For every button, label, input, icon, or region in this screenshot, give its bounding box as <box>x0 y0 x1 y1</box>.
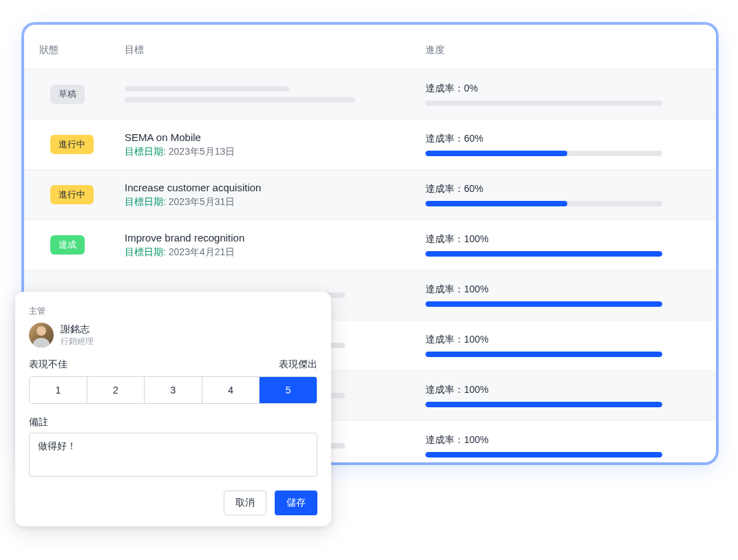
rating-labels: 表現不佳 表現傑出 <box>29 358 317 371</box>
rating-button-2[interactable]: 2 <box>87 377 145 403</box>
progress-bar <box>425 151 662 156</box>
progress-fill <box>425 151 567 156</box>
rating-button-3[interactable]: 3 <box>145 377 202 403</box>
skeleton-line <box>125 97 355 103</box>
progress-bar <box>425 201 662 206</box>
progress-fill <box>425 402 662 407</box>
progress-bar <box>425 352 662 357</box>
progress-bar <box>425 402 662 407</box>
goal-title: Increase customer acquisition <box>125 182 425 193</box>
table-row[interactable]: 達成Improve brand recognition目標日期: 2023年4月… <box>24 220 716 270</box>
rating-button-4[interactable]: 4 <box>202 377 260 403</box>
progress-bar <box>425 452 662 457</box>
progress-label: 達成率：100% <box>425 283 697 296</box>
progress-label: 達成率：100% <box>425 434 697 446</box>
table-row[interactable]: 進行中SEMA on Mobile目標日期: 2023年5月13日達成率：60% <box>24 120 716 170</box>
user-row: 謝銘志 行銷經理 <box>29 323 317 347</box>
table-row[interactable]: 草稿達成率：0% <box>24 69 716 120</box>
avatar <box>29 323 54 347</box>
status-cell: 進行中 <box>24 185 125 204</box>
progress-cell: 達成率：100% <box>425 283 716 307</box>
status-badge: 進行中 <box>50 185 94 204</box>
status-cell: 達成 <box>24 235 125 255</box>
status-cell: 草稿 <box>24 85 125 104</box>
skeleton-line <box>125 86 289 91</box>
status-badge: 進行中 <box>50 135 94 154</box>
goal-title: Improve brand recognition <box>125 232 425 244</box>
header-progress: 進度 <box>425 44 716 56</box>
header-status: 狀態 <box>24 44 125 56</box>
cancel-button[interactable]: 取消 <box>224 491 266 515</box>
status-badge: 達成 <box>50 235 85 255</box>
progress-cell: 達成率：100% <box>425 384 716 407</box>
progress-cell: 達成率：60% <box>425 133 716 156</box>
status-badge: 草稿 <box>50 85 85 104</box>
table-header: 狀態 目標 進度 <box>24 25 716 69</box>
goal-cell: SEMA on Mobile目標日期: 2023年5月13日 <box>125 123 425 166</box>
overlay-actions: 取消 儲存 <box>29 491 317 515</box>
supervisor-label: 主管 <box>29 305 317 317</box>
goal-date: 目標日期: 2023年5月13日 <box>125 146 425 158</box>
notes-label: 備註 <box>29 416 317 429</box>
save-button[interactable]: 儲存 <box>275 491 317 515</box>
progress-label: 達成率：100% <box>425 334 697 346</box>
evaluation-overlay: 主管 謝銘志 行銷經理 表現不佳 表現傑出 12345 備註 取消 儲存 <box>15 292 331 526</box>
table-row[interactable]: 進行中Increase customer acquisition目標日期: 20… <box>24 170 716 220</box>
rating-buttons: 12345 <box>29 376 317 404</box>
goal-date: 目標日期: 2023年4月21日 <box>125 246 425 259</box>
rating-button-5[interactable]: 5 <box>260 377 317 403</box>
status-cell: 進行中 <box>24 135 125 154</box>
progress-label: 達成率：0% <box>425 83 697 95</box>
progress-bar <box>425 301 662 307</box>
progress-bar <box>425 100 662 106</box>
goal-cell: Improve brand recognition目標日期: 2023年4月21… <box>125 224 425 267</box>
user-name: 謝銘志 <box>61 323 94 336</box>
progress-fill <box>425 301 662 307</box>
goal-date: 目標日期: 2023年5月31日 <box>125 196 425 208</box>
header-goal: 目標 <box>125 44 425 56</box>
goal-title: SEMA on Mobile <box>125 131 425 143</box>
progress-label: 達成率：100% <box>425 384 697 396</box>
goal-cell: Increase customer acquisition目標日期: 2023年… <box>125 173 425 217</box>
progress-fill <box>425 251 662 257</box>
rating-button-1[interactable]: 1 <box>30 377 87 403</box>
user-info: 謝銘志 行銷經理 <box>61 323 94 347</box>
rating-low-label: 表現不佳 <box>29 358 67 371</box>
progress-cell: 達成率：100% <box>425 334 716 357</box>
progress-cell: 達成率：60% <box>425 183 716 206</box>
user-role: 行銷經理 <box>61 336 94 347</box>
progress-label: 達成率：100% <box>425 233 697 246</box>
progress-cell: 達成率：100% <box>425 233 716 257</box>
notes-textarea[interactable] <box>29 433 317 477</box>
progress-fill <box>425 201 567 206</box>
progress-label: 達成率：60% <box>425 133 697 145</box>
progress-label: 達成率：60% <box>425 183 697 195</box>
goal-cell <box>125 78 425 111</box>
progress-fill <box>425 452 662 457</box>
progress-cell: 達成率：0% <box>425 83 716 106</box>
progress-cell: 達成率：100% <box>425 434 716 457</box>
progress-fill <box>425 352 662 357</box>
rating-high-label: 表現傑出 <box>279 358 317 371</box>
progress-bar <box>425 251 662 257</box>
